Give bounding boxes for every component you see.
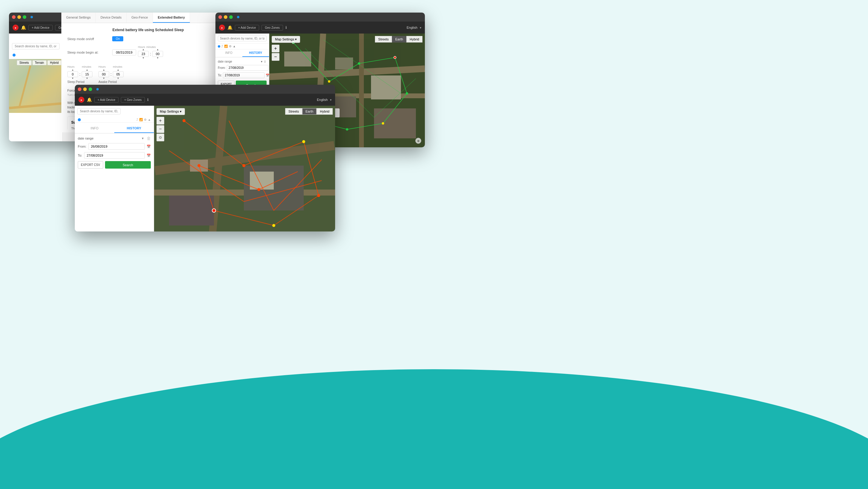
center-map-h[interactable]: ⊙ <box>156 134 164 141</box>
history-tab-h[interactable]: HISTORY <box>114 124 154 133</box>
svg-point-27 <box>197 164 200 167</box>
from-date-l[interactable] <box>227 65 269 71</box>
date-clear-l[interactable]: 🗑 <box>264 60 267 63</box>
ap-minutes-up[interactable]: ▲ <box>117 69 119 71</box>
add-device-button[interactable]: + Add Device <box>28 25 53 31</box>
sleep-mode-toggle[interactable]: On <box>112 36 123 41</box>
bell-icon-l[interactable]: 🔔 <box>227 25 232 30</box>
date-range-caret-l[interactable]: ▾ <box>261 60 262 63</box>
history-tab-l[interactable]: HISTORY <box>242 50 269 57</box>
hybrid-tab[interactable]: Hybrid <box>47 60 61 65</box>
sleep-hours-input[interactable] <box>138 51 149 57</box>
earth-view-l[interactable]: Earth <box>392 36 406 42</box>
tab-battery[interactable]: Extended Battery <box>153 12 190 23</box>
date-range-caret[interactable]: ▾ <box>142 136 144 140</box>
device-search-h[interactable] <box>77 108 121 114</box>
tab-geofence[interactable]: Geo-Fence <box>127 12 153 23</box>
config-l[interactable]: ⚙ <box>229 45 231 48</box>
geo-zones-btn-l[interactable]: Geo Zones <box>261 25 283 31</box>
device-search-input[interactable] <box>12 43 60 50</box>
info-icon-l[interactable]: ℹ <box>285 25 287 30</box>
device-controls-l: ⤴ 📶 ⚙ ▲ <box>215 44 269 50</box>
ap-minutes-down[interactable]: ▼ <box>117 77 119 80</box>
tab-device[interactable]: Device Details <box>96 12 127 23</box>
minimize-dot-l[interactable] <box>224 15 227 19</box>
to-cal-l[interactable]: 📅 <box>266 74 269 77</box>
earth-view-h[interactable]: Earth <box>302 108 316 115</box>
date-clear-icon[interactable]: 🗑 <box>147 136 151 141</box>
lang-caret-l[interactable]: ▾ <box>420 26 421 29</box>
sp-minutes-up[interactable]: ▲ <box>86 69 88 71</box>
expand-l[interactable]: ▲ <box>233 45 236 48</box>
signal-l[interactable]: 📶 <box>224 45 228 48</box>
sp-minutes-down[interactable]: ▼ <box>86 77 88 80</box>
device-search-l[interactable] <box>218 36 267 41</box>
maximize-dot-h[interactable] <box>89 87 92 91</box>
ap-hours-down[interactable]: ▼ <box>103 77 105 80</box>
share-icon[interactable]: ⤴ <box>136 118 138 121</box>
add-device-btn-h[interactable]: + Add Device <box>94 97 119 103</box>
awake-hours[interactable] <box>98 71 109 77</box>
tab-general[interactable]: General Settings <box>61 12 96 23</box>
map-settings-btn-h[interactable]: Map Settings ▾ <box>156 108 185 115</box>
close-dot[interactable] <box>12 15 16 19</box>
maximize-dot-l[interactable] <box>229 15 233 19</box>
to-date-h[interactable] <box>84 152 145 159</box>
awake-minutes[interactable] <box>113 71 124 77</box>
hours-down[interactable]: ▼ <box>142 57 145 59</box>
sp-hours-up[interactable]: ▲ <box>71 69 74 71</box>
expand-icon[interactable]: ▲ <box>148 118 151 121</box>
bell-icon-h[interactable]: 🔔 <box>87 97 92 102</box>
from-calendar-icon[interactable]: 📅 <box>147 145 151 148</box>
zoom-out-l[interactable]: − <box>272 53 279 61</box>
hours-up[interactable]: ▲ <box>142 49 145 51</box>
search-btn-h[interactable]: Search <box>105 161 151 169</box>
lang-caret-h[interactable]: ▾ <box>330 98 332 102</box>
zoom-in-h[interactable]: + <box>156 117 164 124</box>
zoom-out-h[interactable]: − <box>156 125 164 133</box>
bell-icon[interactable]: 🔔 <box>21 25 26 30</box>
svg-rect-33 <box>359 33 364 147</box>
sleep-period-minutes[interactable] <box>82 71 92 77</box>
close-dot-h[interactable] <box>78 87 82 91</box>
indicator-dot-l <box>237 16 239 18</box>
minimize-dot[interactable] <box>18 15 21 19</box>
info-icon-h[interactable]: ℹ <box>147 97 149 102</box>
device-list-item[interactable] <box>9 51 63 59</box>
hybrid-view-l[interactable]: Hybrid <box>406 36 423 42</box>
minimize-dot-h[interactable] <box>83 87 87 91</box>
signal-icon[interactable]: 📶 <box>139 118 143 121</box>
info-tab-l[interactable]: INFO <box>215 50 242 57</box>
from-date-h[interactable] <box>88 143 145 150</box>
zoom-in-l[interactable]: + <box>272 45 279 52</box>
ap-hours-up[interactable]: ▲ <box>103 69 105 71</box>
export-csv-btn-h[interactable]: EXPORT CSV <box>78 161 103 169</box>
streets-view-h[interactable]: Streets <box>285 108 302 115</box>
streets-view-l[interactable]: Streets <box>375 36 392 42</box>
sleep-date-input[interactable] <box>112 50 136 55</box>
share-l[interactable]: ⤴ <box>221 45 223 48</box>
period-hours-label: Hours <box>67 65 74 68</box>
sleep-minutes-input[interactable] <box>152 51 163 57</box>
config-icon[interactable]: ⚙ <box>144 118 147 121</box>
lang-h[interactable]: English <box>317 98 328 102</box>
sleep-period-hours[interactable] <box>67 71 78 77</box>
minutes-down[interactable]: ▼ <box>156 57 159 59</box>
map-settings-btn-l[interactable]: Map Settings ▾ <box>272 36 300 43</box>
close-dot-l[interactable] <box>218 15 222 19</box>
to-date-l[interactable] <box>223 73 265 78</box>
hybrid-view-h[interactable]: Hybrid <box>316 108 333 115</box>
to-calendar-icon[interactable]: 📅 <box>147 154 151 157</box>
zoom-controls-h: + − ⊙ <box>156 117 185 141</box>
history-map[interactable]: Map Settings ▾ + − ⊙ Streets Earth Hybri… <box>154 106 335 231</box>
geo-zones-btn-h[interactable]: + Geo Zones <box>121 97 145 103</box>
streets-tab[interactable]: Streets <box>17 60 32 65</box>
info-tab-h[interactable]: INFO <box>75 124 114 133</box>
lang-l[interactable]: English <box>407 26 417 29</box>
maximize-dot[interactable] <box>23 15 26 19</box>
minutes-up[interactable]: ▲ <box>156 49 159 51</box>
sp-hours-down[interactable]: ▼ <box>71 77 74 80</box>
svg-point-52 <box>406 92 408 95</box>
add-device-btn-l[interactable]: + Add Device <box>235 25 259 31</box>
terrain-tab[interactable]: Terrain <box>32 60 47 65</box>
